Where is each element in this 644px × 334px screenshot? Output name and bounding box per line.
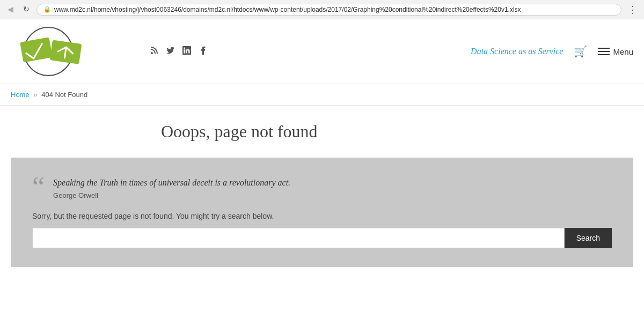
search-row: Search <box>32 228 612 248</box>
browser-chrome: ◀ ↻ 🔒 www.md2c.nl/home/vhosting/j/vhost0… <box>0 0 644 19</box>
cart-icon[interactable]: 🛒 <box>574 45 587 58</box>
browser-menu-button[interactable]: ⋮ <box>626 4 640 16</box>
quote-text-block: Speaking the Truth in times of universal… <box>53 176 612 199</box>
site-header: Data Science as as Service 🛒 Menu <box>0 19 644 84</box>
breadcrumb-current: 404 Not Found <box>41 91 87 99</box>
lock-icon: 🔒 <box>43 6 51 13</box>
page-title: Ooops, page not found <box>11 122 633 142</box>
breadcrumb: Home » 404 Not Found <box>0 84 644 106</box>
linkedin-icon[interactable] <box>182 46 191 57</box>
quote-text: Speaking the Truth in times of universal… <box>53 176 612 189</box>
main-content: Ooops, page not found “ Speaking the Tru… <box>0 106 644 288</box>
search-input[interactable] <box>32 228 565 248</box>
breadcrumb-separator: » <box>33 91 37 99</box>
logo-area <box>11 25 207 78</box>
refresh-button[interactable]: ↻ <box>20 4 32 16</box>
quote-mark: “ <box>32 173 45 201</box>
address-bar[interactable]: 🔒 www.md2c.nl/home/vhosting/j/vhost00632… <box>36 4 621 16</box>
menu-button[interactable]: Menu <box>598 47 633 56</box>
rss-icon[interactable] <box>150 46 159 57</box>
social-icons <box>150 46 207 57</box>
quote-content: “ Speaking the Truth in times of univers… <box>32 176 612 201</box>
svg-point-4 <box>151 52 153 54</box>
back-button[interactable]: ◀ <box>4 4 16 16</box>
twitter-icon[interactable] <box>166 46 175 57</box>
menu-label: Menu <box>613 47 633 56</box>
search-button[interactable]: Search <box>565 228 612 248</box>
header-right: Data Science as as Service 🛒 Menu <box>471 45 633 58</box>
site-logo[interactable] <box>11 25 118 78</box>
quote-author: George Orwell <box>53 191 612 199</box>
data-science-link[interactable]: Data Science as as Service <box>471 47 563 56</box>
sorry-text: Sorry, but the requested page is not fou… <box>32 212 612 220</box>
url-text: www.md2c.nl/home/vhosting/j/vhost0063246… <box>54 6 521 13</box>
hamburger-icon <box>598 48 610 55</box>
quote-box: “ Speaking the Truth in times of univers… <box>11 158 633 267</box>
facebook-icon[interactable] <box>199 46 207 57</box>
svg-rect-1 <box>20 37 53 62</box>
breadcrumb-home[interactable]: Home <box>11 91 30 99</box>
